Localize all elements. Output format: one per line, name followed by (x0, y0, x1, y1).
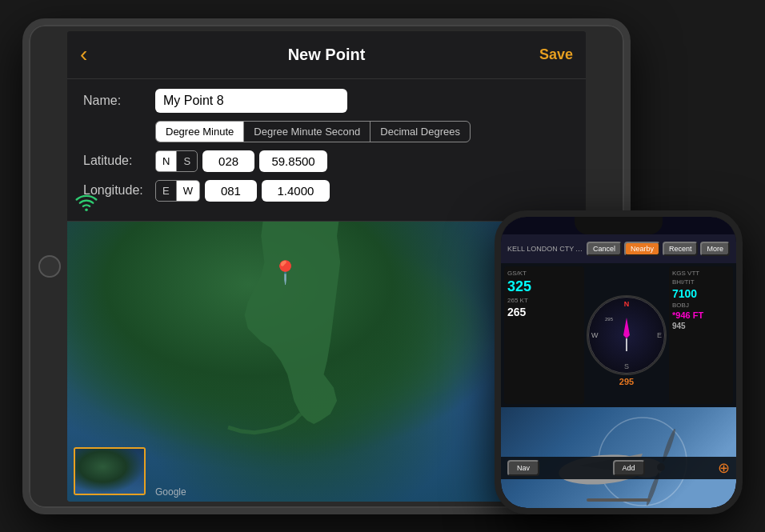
right-instrument-panel: KGS VTT BHI/TIT 7100 BOBJ *946 FT (669, 266, 733, 404)
name-input[interactable] (155, 89, 347, 113)
gs-label: GS/KT (507, 270, 527, 277)
latitude-north-button[interactable]: N (156, 151, 177, 171)
longitude-row: Longitude: E W (83, 180, 570, 202)
iphone-screen: KELL LONDON CTY ARPORT (LIT... Cancel Ne… (501, 217, 736, 508)
add-point-button[interactable]: Add (613, 460, 645, 476)
ipad-home-button[interactable] (38, 255, 61, 278)
more-button[interactable]: More (700, 242, 730, 256)
cancel-button[interactable]: Cancel (587, 242, 622, 256)
compass-east: E (657, 331, 662, 339)
segment-row: Degree Minute Degree Minute Second Decim… (83, 121, 570, 142)
recent-button[interactable]: Recent (663, 242, 699, 256)
latitude-degrees-input[interactable] (202, 150, 254, 172)
scene: ‹ New Point Save Name: Degree Minute Deg… (22, 18, 743, 514)
alt-value: 265 (507, 306, 526, 318)
compass-south: S (624, 362, 629, 370)
longitude-west-button[interactable]: W (177, 181, 199, 201)
iphone-bottom-bar: Nav Add ⊕ (501, 457, 736, 479)
latitude-inputs: N S (155, 150, 327, 172)
speed-value: 325 (507, 278, 531, 295)
name-row: Name: (83, 89, 570, 113)
iphone-notch (575, 217, 663, 234)
compass-west: W (591, 331, 599, 339)
alt-value-2: 7100 (672, 287, 697, 300)
ft-value-2: 945 (672, 322, 686, 330)
kt-label: 265 KT (507, 297, 528, 304)
longitude-inputs: E W (155, 180, 330, 202)
left-instrument-panel: GS/KT 325 265 KT 265 (504, 266, 584, 404)
latitude-direction-selector: N S (155, 150, 198, 172)
latitude-south-button[interactable]: S (177, 151, 197, 171)
compass-heading: 295 (619, 377, 634, 386)
google-attribution: Google (155, 486, 186, 498)
segment-decimal-degrees[interactable]: Decimal Degrees (370, 122, 470, 142)
ft-value: *946 FT (672, 310, 703, 320)
segment-degree-minute[interactable]: Degree Minute (156, 122, 244, 142)
name-label: Name: (83, 94, 155, 108)
nearby-button[interactable]: Nearby (624, 242, 660, 256)
wifi-icon (75, 191, 98, 217)
form-area: Name: Degree Minute Degree Minute Second… (67, 79, 586, 222)
iphone-device: KELL LONDON CTY ARPORT (LIT... Cancel Ne… (495, 210, 743, 514)
page-title: New Point (288, 46, 366, 64)
gs-row: GS/KT (507, 270, 581, 277)
longitude-decimal-input[interactable] (262, 180, 330, 202)
back-button[interactable]: ‹ (80, 42, 87, 67)
florida-map-shape (171, 191, 456, 447)
longitude-east-button[interactable]: E (156, 181, 177, 201)
add-circle-icon[interactable]: ⊕ (718, 459, 730, 477)
bobj-label: BOBJ (672, 302, 689, 309)
latitude-row: Latitude: N S (83, 150, 570, 172)
nav-button[interactable]: Nav (507, 460, 539, 476)
kt-row: 265 KT (507, 297, 581, 304)
compass-container: N S E W 295 295 (586, 266, 667, 404)
iphone-home-bar (587, 498, 651, 502)
compass: N S E W 295 (587, 295, 667, 375)
location-text: KELL LONDON CTY ARPORT (LIT... (507, 245, 587, 253)
compass-north: N (624, 300, 630, 308)
kgs-label: KGS VTT (672, 270, 699, 277)
ipad-top-bar: ‹ New Point Save (67, 31, 586, 79)
bhi-label: BHI/TIT (672, 278, 695, 286)
map-pin: 📍 (271, 259, 299, 286)
latitude-decimal-input[interactable] (259, 150, 327, 172)
iphone-app-bar: KELL LONDON CTY ARPORT (LIT... Cancel Ne… (501, 234, 736, 263)
minimap (74, 447, 146, 495)
longitude-degrees-input[interactable] (205, 180, 257, 202)
svg-point-0 (85, 208, 88, 211)
alt-row: 265 (507, 306, 581, 318)
minimap-image (75, 449, 144, 494)
coordinate-format-selector: Degree Minute Degree Minute Second Decim… (155, 121, 471, 142)
latitude-label: Latitude: (83, 154, 155, 168)
save-button[interactable]: Save (539, 46, 573, 63)
instrument-panel: GS/KT 325 265 KT 265 (501, 263, 736, 407)
longitude-direction-selector: E W (155, 180, 200, 202)
app-bar-buttons: Cancel Nearby Recent More (587, 242, 730, 256)
segment-degree-minute-second[interactable]: Degree Minute Second (244, 122, 370, 142)
speed-row: 325 (507, 278, 581, 295)
